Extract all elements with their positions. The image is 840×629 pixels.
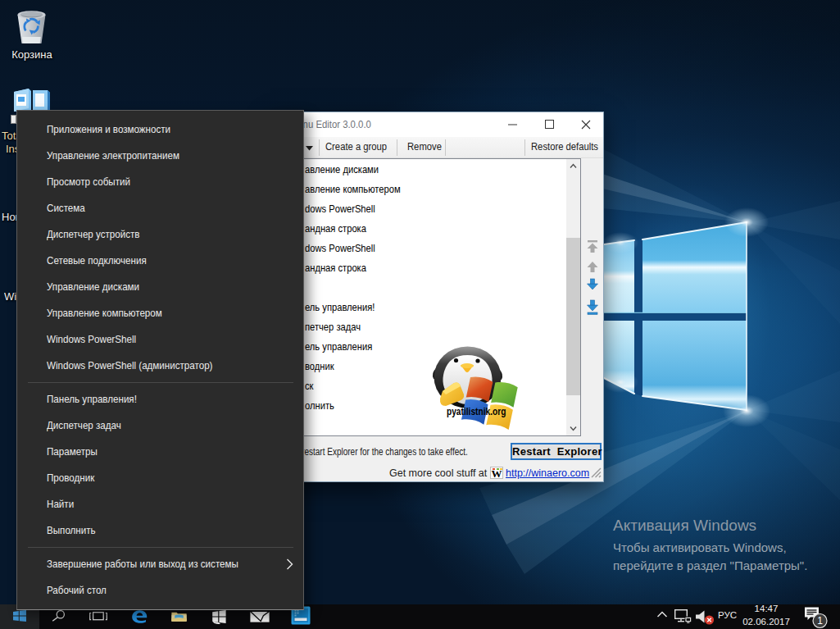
svg-text:1: 1	[817, 615, 823, 627]
svg-text:pyatilistnik.org: pyatilistnik.org	[447, 405, 506, 417]
